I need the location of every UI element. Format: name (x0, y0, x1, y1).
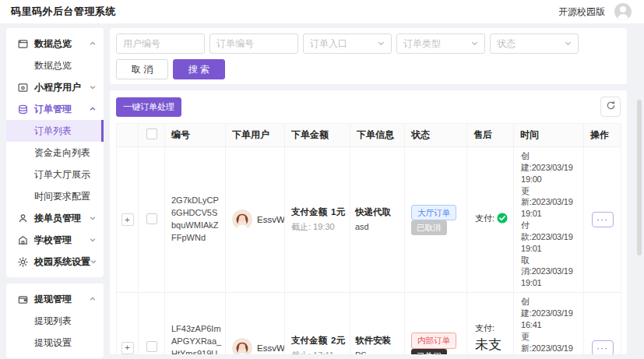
order-id-field-wrap (209, 33, 298, 54)
column-header-time: 时间 (514, 124, 584, 147)
user-id-input[interactable] (123, 38, 198, 49)
sidebar-item-order-management[interactable]: 订单管理 (6, 98, 104, 120)
column-header-user: 下单用户 (226, 124, 285, 147)
refresh-button[interactable] (600, 97, 621, 117)
expand-row-button[interactable]: + (121, 342, 134, 354)
expand-row-button[interactable]: + (121, 213, 134, 226)
withdraw-icon (18, 294, 28, 304)
sidebar-withdraw-card: 提现管理 提现列表 提现设置 (6, 283, 104, 358)
order-description: asd (354, 221, 401, 233)
order-entry-select[interactable]: 订单入口 (303, 33, 392, 54)
order-id-input[interactable] (216, 38, 291, 49)
edition-label: 开源校园版 (558, 5, 605, 19)
chevron-down-icon (90, 84, 96, 90)
chevron-up-icon (90, 106, 96, 112)
order-status-tag: 已取消 (411, 220, 447, 235)
table-row: + LF43zAP6ImAPGYXRaa_HtYms919UmFJ3 EssvW… (117, 293, 621, 354)
search-button[interactable]: 搜 索 (173, 59, 225, 79)
amount-label: 支付金额 (291, 206, 327, 218)
sidebar-item-withdraw-management[interactable]: 提现管理 (6, 288, 104, 310)
order-type-select[interactable]: 订单类型 (396, 33, 485, 54)
order-timestamps: 创建:2023/03/19 19:00 更新:2023/03/19 19:01 … (517, 150, 580, 289)
column-header-aftersale: 售后 (467, 124, 514, 147)
sidebar-item-withdraw-list[interactable]: 提现列表 (6, 310, 104, 332)
order-category: 快递代取 (354, 206, 401, 218)
sidebar-item-order-list[interactable]: 订单列表 (6, 120, 104, 142)
sidebar: 数据总览 数据总览 小程序用户 订单管理 订单列表 资金走向列表 (6, 28, 104, 359)
sidebar-item-school-management[interactable]: 学校管理 (6, 229, 104, 251)
order-category: 软件安装 (354, 335, 401, 347)
customer-avatar (232, 338, 252, 354)
sidebar-item-campus-system-settings[interactable]: 校园系统设置 (6, 251, 104, 273)
more-actions-button[interactable]: ··· (592, 340, 614, 354)
column-header-actions: 操作 (584, 124, 621, 147)
paid-check-icon (497, 213, 508, 227)
status-select[interactable]: 状态 (490, 33, 579, 54)
customer-avatar (232, 209, 252, 230)
order-table: 编号 下单用户 下单金额 下单信息 状态 售后 时间 操作 + (116, 123, 621, 354)
order-status-tag: 已关闭 (411, 349, 447, 354)
customer-name: EssvWsKW (257, 215, 285, 224)
courier-icon (18, 213, 28, 223)
amount-value: 1元 (331, 206, 345, 218)
order-description: PS (354, 350, 401, 354)
cancel-button[interactable]: 取 消 (116, 59, 168, 79)
refresh-icon (606, 100, 616, 113)
more-actions-icon: ··· (596, 215, 608, 224)
deadline-text: 截止: 17:11 (288, 350, 347, 354)
miniprogram-users-icon (18, 83, 28, 93)
select-all-checkbox[interactable] (146, 128, 157, 139)
unpaid-text: 未支付 (475, 337, 501, 354)
amount-label: 支付金额 (291, 335, 327, 347)
expand-column-header (117, 124, 139, 147)
column-header-id: 编号 (165, 124, 226, 147)
chevron-down-icon (90, 237, 96, 243)
more-actions-icon: ··· (596, 343, 608, 353)
order-table-panel: 一键订单处理 编号 下单用户 下单金额 下单信息 (110, 90, 627, 354)
scrollbar-thumb[interactable] (637, 100, 642, 255)
deadline-text: 截止: 19:30 (288, 221, 347, 233)
sidebar-item-time-requirement-config[interactable]: 时间要求配置 (6, 185, 104, 207)
sidebar-main-card: 数据总览 数据总览 小程序用户 订单管理 订单列表 资金走向列表 (6, 28, 104, 277)
top-bar: 码里码外后台管理系统 开源校园版 (0, 0, 644, 23)
sidebar-item-order-hall-display[interactable]: 订单大厅展示 (6, 164, 104, 185)
more-actions-button[interactable]: ··· (592, 212, 614, 227)
chevron-down-icon (90, 215, 96, 221)
sidebar-item-courier-management[interactable]: 接单员管理 (6, 207, 104, 229)
order-id-text: 2G7kDLyCP6GHDCV5SbquWMIAkZFFpWNd (168, 195, 222, 245)
user-avatar-icon[interactable] (614, 3, 632, 20)
sidebar-item-miniprogram-users[interactable]: 小程序用户 (6, 76, 104, 98)
table-row: + 2G7kDLyCP6GHDCV5SbquWMIAkZFFpWNd EssvW… (117, 147, 621, 293)
sidebar-item-data-overview[interactable]: 数据总览 (6, 33, 104, 55)
sidebar-item-data-overview-sub[interactable]: 数据总览 (6, 55, 104, 76)
app-title: 码里码外后台管理系统 (11, 5, 116, 19)
chevron-down-icon (90, 259, 97, 265)
chevron-up-icon (90, 296, 96, 302)
school-icon (18, 235, 28, 245)
sidebar-item-withdraw-settings[interactable]: 提现设置 (6, 332, 104, 354)
filter-panel: 订单入口 订单类型 状态 取 消 搜 索 (110, 28, 627, 84)
sidebar-item-fund-flow-list[interactable]: 资金走向列表 (6, 142, 104, 164)
bulk-order-process-button[interactable]: 一键订单处理 (116, 97, 181, 117)
amount-value: 2元 (331, 335, 345, 347)
table-header-row: 编号 下单用户 下单金额 下单信息 状态 售后 时间 操作 (117, 124, 621, 147)
row-checkbox[interactable] (146, 213, 157, 224)
row-checkbox[interactable] (146, 341, 157, 352)
customer-name: EssvWsKW (257, 343, 285, 353)
column-header-amount: 下单金额 (285, 124, 350, 147)
order-id-text: LF43zAP6ImAPGYXRaa_HtYms919UmFJ3 (168, 323, 222, 354)
order-source-tag: 大厅订单 (411, 205, 456, 221)
pay-label: 支付: (475, 323, 494, 333)
chevron-down-icon (471, 38, 478, 49)
pay-label: 支付: (475, 213, 494, 223)
chevron-up-icon (90, 40, 96, 47)
dashboard-icon (18, 39, 28, 49)
select-all-header (139, 124, 165, 147)
user-id-field-wrap (116, 33, 205, 54)
orders-icon (18, 104, 28, 114)
column-header-info: 下单信息 (350, 124, 405, 147)
order-source-tag: 内部订单 (411, 333, 456, 349)
order-timestamps: 创建:2023/03/19 16:41 更新:2023/03/19 16:56 … (517, 296, 580, 354)
gear-icon (18, 257, 28, 267)
chevron-down-icon (565, 38, 572, 49)
